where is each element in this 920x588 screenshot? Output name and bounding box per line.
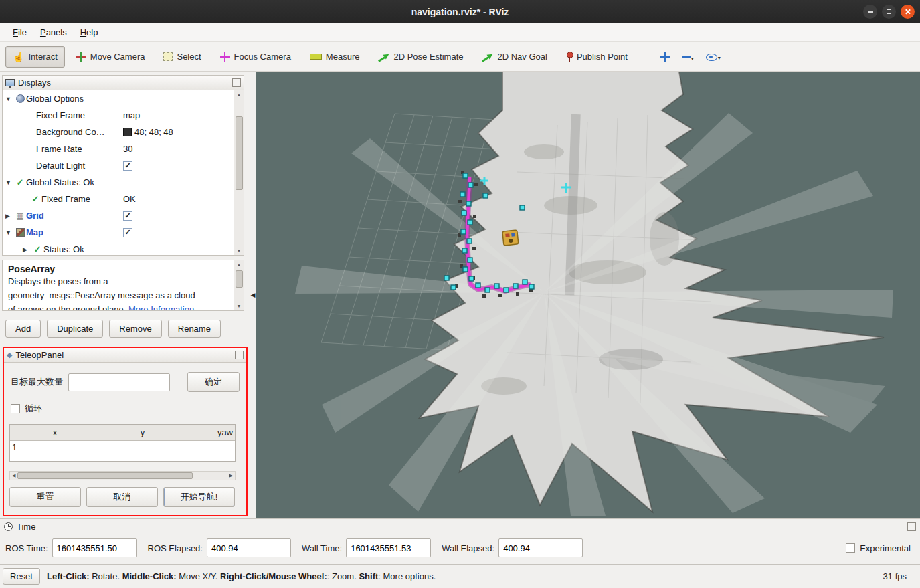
more-information-link[interactable]: More Information. — [128, 304, 197, 311]
cancel-button[interactable]: 取消 — [86, 487, 158, 507]
3d-viewport[interactable] — [256, 72, 920, 518]
ros-time-input[interactable] — [52, 538, 137, 557]
collapse-left-icon[interactable]: ◀ — [251, 292, 256, 298]
tool-move-camera[interactable]: Move Camera — [69, 46, 153, 67]
scroll-down-icon[interactable]: ▼ — [237, 302, 242, 310]
displays-panel-header[interactable]: Displays — [3, 76, 244, 90]
displays-tree-scrollbar[interactable]: ▲ ▼ — [234, 90, 244, 255]
scroll-down-icon[interactable]: ▼ — [237, 246, 242, 255]
rename-button[interactable]: Rename — [168, 320, 221, 338]
scroll-left-icon[interactable]: ◀ — [10, 473, 17, 478]
teleop-panel-header[interactable]: ◆ TeleopPanel — [4, 348, 246, 363]
tool-interact[interactable]: ☝ Interact — [5, 46, 65, 68]
wall-elapsed-input[interactable] — [498, 538, 583, 557]
column-header-y[interactable]: y — [100, 425, 185, 440]
remove-button[interactable]: Remove — [109, 320, 161, 338]
maximize-button[interactable] — [882, 5, 896, 19]
close-button[interactable] — [901, 5, 915, 19]
tree-row-frame-rate[interactable]: Frame Rate 30 — [3, 140, 234, 157]
hand-icon: ☝ — [13, 52, 24, 62]
expander-right-icon[interactable]: ▶ — [5, 213, 14, 219]
expander-down-icon[interactable]: ▼ — [5, 96, 14, 102]
wall-time-input[interactable] — [346, 538, 431, 557]
wall-time-label: Wall Time: — [302, 543, 342, 553]
description-scrollbar[interactable]: ▲ ▼ — [234, 260, 244, 310]
grid-enabled-checkbox[interactable]: ✓ — [123, 211, 132, 221]
scrollbar-thumb[interactable] — [236, 270, 243, 288]
grid-icon: ▦ — [16, 211, 23, 221]
status-ok-icon: ✓ — [32, 194, 39, 204]
tree-label: Global Status: Ok — [26, 177, 94, 187]
statusbar: Reset Left-Click: Rotate. Middle-Click: … — [0, 564, 920, 588]
clock-icon — [4, 522, 13, 531]
add-tool-button[interactable] — [656, 48, 674, 66]
tool-focus-camera[interactable]: Focus Camera — [213, 46, 298, 67]
experimental-checkbox[interactable] — [846, 543, 855, 553]
tree-row-map[interactable]: ▼ Map ✓ — [3, 224, 234, 241]
column-header-yaw[interactable]: yaw — [185, 425, 235, 440]
tool-2d-pose-estimate[interactable]: 2D Pose Estimate — [371, 46, 470, 67]
start-navigation-button[interactable]: 开始导航! — [163, 487, 235, 507]
reset-button[interactable]: Reset — [3, 568, 40, 585]
tree-value[interactable]: map — [123, 110, 140, 120]
tree-label: Background Co… — [36, 127, 105, 137]
scrollbar-thumb[interactable] — [17, 472, 193, 479]
selection-box-icon — [163, 52, 173, 61]
tree-row-map-status[interactable]: ▶ ✓ Status: Ok — [3, 241, 234, 255]
time-fields: ROS Time: ROS Elapsed: Wall Time: Wall E… — [0, 538, 920, 557]
tree-row-global-status[interactable]: ▼ ✓ Global Status: Ok — [3, 174, 234, 191]
column-header-x[interactable]: x — [10, 425, 100, 440]
tool-visibility-button[interactable]: ▾ — [702, 48, 725, 65]
remove-tool-button[interactable]: ▾ — [678, 48, 698, 66]
float-panel-button[interactable] — [907, 522, 916, 531]
tool-publish-point[interactable]: Publish Point — [559, 46, 635, 68]
tool-measure[interactable]: Measure — [302, 46, 367, 67]
viewport-scene — [256, 72, 920, 518]
minimize-button[interactable] — [863, 5, 877, 19]
tree-row-background-color[interactable]: Background Co… 48; 48; 48 — [3, 124, 234, 140]
add-button[interactable]: Add — [5, 320, 41, 338]
table-cell-yaw[interactable] — [185, 441, 235, 461]
scrollbar-thumb[interactable] — [236, 116, 243, 190]
expander-down-icon[interactable]: ▼ — [5, 229, 14, 236]
goal-count-input[interactable] — [68, 373, 170, 391]
expander-right-icon[interactable]: ▶ — [23, 246, 31, 253]
window-controls — [863, 0, 915, 23]
panel-splitter[interactable]: ◀ — [250, 72, 256, 518]
goal-table-hscrollbar[interactable]: ◀ ▶ — [9, 471, 236, 480]
tree-row-fixed-frame-status[interactable]: ✓ Fixed Frame OK — [3, 191, 234, 207]
time-panel-header[interactable]: Time — [0, 519, 920, 534]
reset-goals-button[interactable]: 重置 — [9, 487, 81, 507]
float-panel-button[interactable] — [235, 351, 244, 359]
menu-file[interactable]: File — [7, 25, 33, 40]
menu-help[interactable]: Help — [74, 25, 104, 40]
tree-row-global-options[interactable]: ▼ Global Options — [3, 90, 234, 107]
tree-value[interactable]: 30 — [123, 144, 132, 154]
duplicate-button[interactable]: Duplicate — [47, 320, 103, 338]
displays-tree: ▼ Global Options Fixed Frame map Backgro… — [3, 90, 234, 255]
color-swatch — [123, 128, 132, 136]
titlebar[interactable]: navigation.rviz* - RViz — [0, 0, 920, 23]
tree-row-default-light[interactable]: Default Light ✓ — [3, 157, 234, 174]
tree-row-fixed-frame[interactable]: Fixed Frame map — [3, 107, 234, 124]
ros-elapsed-input[interactable] — [207, 538, 291, 557]
tool-select[interactable]: Select — [156, 46, 208, 67]
loop-checkbox[interactable] — [11, 404, 20, 413]
chevron-down-icon: ▾ — [691, 56, 694, 62]
row-header[interactable]: 1 — [10, 441, 100, 461]
tree-label: Default Light — [36, 161, 85, 171]
expander-down-icon[interactable]: ▼ — [5, 179, 14, 186]
confirm-button[interactable]: 确定 — [187, 372, 240, 392]
tree-value: OK — [123, 194, 136, 204]
tree-row-grid[interactable]: ▶ ▦ Grid ✓ — [3, 207, 234, 224]
default-light-checkbox[interactable]: ✓ — [123, 161, 132, 171]
map-enabled-checkbox[interactable]: ✓ — [123, 228, 132, 237]
scroll-right-icon[interactable]: ▶ — [227, 473, 235, 478]
tool-2d-nav-goal[interactable]: 2D Nav Goal — [474, 46, 554, 67]
tree-label: Frame Rate — [36, 144, 82, 154]
table-cell-y[interactable] — [100, 441, 185, 461]
scroll-up-icon[interactable]: ▲ — [237, 260, 242, 269]
scroll-up-icon[interactable]: ▲ — [237, 90, 242, 99]
menu-panels[interactable]: Panels — [34, 25, 73, 40]
float-panel-button[interactable] — [232, 78, 241, 87]
